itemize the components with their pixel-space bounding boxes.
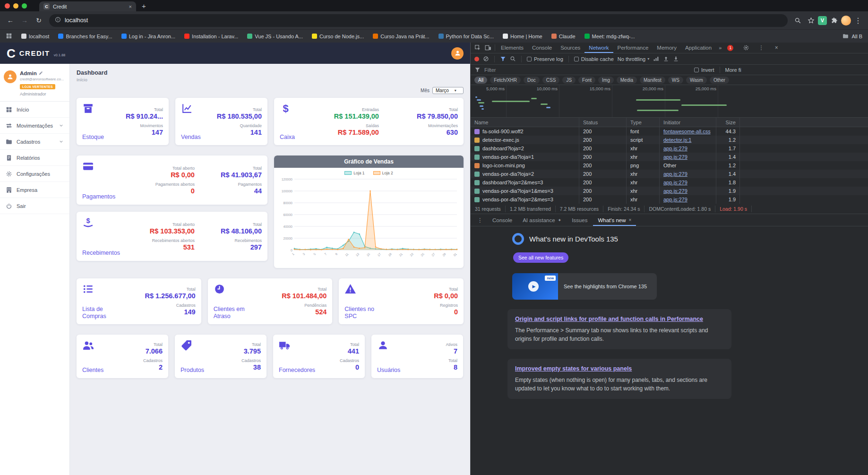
vue-devtools-extension-icon[interactable]: V: [818, 16, 827, 25]
site-info-icon[interactable]: [55, 17, 61, 24]
browser-tab[interactable]: C Credit ×: [39, 1, 136, 11]
month-select[interactable]: Março ▾: [432, 87, 464, 94]
network-overview[interactable]: 5,000 ms10,000 ms15,000 ms20,000 ms25,00…: [471, 85, 868, 118]
inspect-element-icon[interactable]: [473, 44, 483, 51]
filter-chip-manifest[interactable]: Manifest: [640, 77, 665, 84]
column-header-size[interactable]: Size: [716, 118, 740, 127]
drawer-menu-icon[interactable]: ⋮: [473, 217, 487, 224]
more-filters-button[interactable]: More filters: [725, 67, 741, 73]
column-header-name[interactable]: Name: [471, 118, 579, 127]
request-initiator[interactable]: app.js:279: [663, 146, 688, 151]
article-link[interactable]: Origin and script links for profile and …: [515, 315, 724, 323]
card-vendas[interactable]: VendasTotalR$ 180.535,00Quantidade141: [175, 98, 267, 145]
close-icon[interactable]: ×: [628, 217, 631, 223]
sidebar-item-empresa[interactable]: Empresa: [0, 182, 69, 198]
drawer-tab-console[interactable]: Console: [488, 214, 517, 226]
network-conditions-icon[interactable]: [653, 56, 659, 62]
filter-chip-font[interactable]: Font: [578, 77, 595, 84]
request-initiator[interactable]: app.js:279: [663, 180, 688, 185]
profile-avatar[interactable]: [841, 16, 851, 26]
sidebar-item-movimentacoes[interactable]: Movimentações: [0, 118, 69, 134]
video-thumbnail[interactable]: new ▶: [512, 273, 558, 300]
network-request-row[interactable]: vendas-por-dia?loja=1&mes=3200xhrapp.js:…: [471, 187, 868, 195]
back-button[interactable]: ←: [4, 17, 17, 24]
tab-application[interactable]: Application: [681, 43, 716, 53]
drawer-tab-what-s-new[interactable]: What's new×: [593, 214, 636, 226]
card-pagamentos[interactable]: PagamentosTotal abertoR$ 0,00Pagamentos …: [77, 155, 267, 205]
card-clientes-spc[interactable]: Clientes no SPCTotalR$ 0,00Registros0: [339, 278, 464, 324]
sidebar-item-configuracoes[interactable]: Configurações: [0, 166, 69, 182]
filter-chip-media[interactable]: Media: [617, 77, 637, 84]
drawer-tab-issues[interactable]: Issues: [567, 214, 592, 226]
network-request-row[interactable]: vendas-por-dia?loja=2&mes=3200xhrapp.js:…: [471, 195, 868, 204]
bookmark-star-icon[interactable]: [805, 17, 817, 24]
bookmark-item[interactable]: Log in - Jira Anron...: [121, 34, 175, 39]
user-avatar[interactable]: [451, 47, 464, 60]
disable-cache-checkbox[interactable]: Disable cache: [574, 56, 614, 62]
request-initiator[interactable]: detector.js:1: [663, 137, 691, 143]
clear-button[interactable]: [483, 56, 489, 62]
close-window-button[interactable]: [5, 3, 10, 9]
request-initiator[interactable]: fontawesome-all.css: [663, 129, 711, 134]
apps-grid-icon[interactable]: [6, 33, 12, 40]
filter-chip-img[interactable]: Img: [598, 77, 614, 84]
bookmark-item[interactable]: Vue JS - Usando A...: [247, 34, 303, 39]
network-request-row[interactable]: vendas-por-dia?loja=2200xhrapp.js:2791.4: [471, 170, 868, 178]
column-header-status[interactable]: Status: [579, 118, 627, 127]
request-initiator[interactable]: app.js:279: [663, 188, 688, 194]
see-all-features-button[interactable]: See all new features: [513, 252, 568, 263]
search-icon[interactable]: [791, 17, 804, 24]
card-recebimentos[interactable]: $RecebimentosTotal abertoR$ 103.353,00Re…: [77, 212, 267, 261]
bookmark-item[interactable]: Meet: mdg-zfwq-...: [584, 34, 635, 39]
tab-sources[interactable]: Sources: [556, 43, 584, 53]
address-bar[interactable]: localhost: [49, 14, 788, 27]
bookmark-item[interactable]: Installation - Larav...: [184, 34, 238, 39]
request-initiator[interactable]: app.js:279: [663, 154, 688, 160]
filter-chip-fetch-xhr[interactable]: Fetch/XHR: [490, 77, 521, 84]
error-badge[interactable]: 1: [727, 45, 733, 51]
filter-input[interactable]: Filter: [484, 67, 690, 73]
forward-button[interactable]: →: [18, 17, 31, 24]
article-link[interactable]: Improved empty states for various panels: [515, 365, 724, 372]
filter-chip-js[interactable]: JS: [562, 77, 576, 84]
card-lista-compras[interactable]: Lista de ComprasTotalR$ 1.256.677,00Cada…: [77, 278, 201, 324]
import-har-icon[interactable]: [663, 56, 669, 62]
filter-chip-wasm[interactable]: Wasm: [686, 77, 707, 84]
card-produtos[interactable]: ProdutosTotal3.795Cadastros38: [175, 335, 266, 378]
bookmark-item[interactable]: Curso Java na Prát...: [373, 34, 429, 39]
highlight-video-card[interactable]: new ▶ See the highlights from Chrome 135: [512, 273, 657, 300]
more-tabs-button[interactable]: »: [716, 45, 724, 51]
maximize-window-button[interactable]: [22, 3, 27, 9]
card-clientes[interactable]: ClientesTotal7.066Cadastros2: [77, 335, 168, 378]
extensions-puzzle-icon[interactable]: [828, 17, 840, 24]
bookmark-item[interactable]: Curso de Node.js...: [312, 34, 364, 39]
request-initiator[interactable]: app.js:279: [663, 171, 688, 177]
sidebar-item-sair[interactable]: Sair: [0, 198, 69, 214]
bookmark-item[interactable]: Home | Home: [503, 34, 542, 39]
throttling-select[interactable]: No throttling▾: [618, 56, 649, 62]
sidebar-item-relatorios[interactable]: Relatórios: [0, 150, 69, 166]
tab-network[interactable]: Network: [584, 43, 613, 53]
filter-chip-ws[interactable]: WS: [668, 77, 683, 84]
kebab-menu-icon[interactable]: ⋮: [756, 44, 766, 51]
play-icon[interactable]: ▶: [528, 281, 539, 292]
device-toolbar-icon[interactable]: [483, 44, 493, 51]
tab-memory[interactable]: Memory: [653, 43, 681, 53]
network-request-row[interactable]: fa-solid-900.woff2200fontfontawesome-all…: [471, 127, 868, 136]
tab-performance[interactable]: Performance: [613, 43, 653, 53]
network-request-row[interactable]: logo-icon-mini.png200pngOther1.2: [471, 161, 868, 170]
filter-chip-all[interactable]: All: [474, 77, 487, 84]
network-request-row[interactable]: dashboard?loja=2200xhrapp.js:2791.7: [471, 144, 868, 153]
export-har-icon[interactable]: [673, 56, 679, 62]
invert-checkbox[interactable]: Invert: [694, 67, 714, 73]
card-estoque[interactable]: EstoqueTotalR$ 910.24...Movimentos147: [77, 98, 169, 145]
tab-console[interactable]: Console: [528, 43, 556, 53]
request-initiator[interactable]: app.js:279: [663, 197, 688, 202]
edit-pencil-icon[interactable]: [39, 70, 43, 76]
network-search-icon[interactable]: [510, 56, 516, 62]
preserve-log-checkbox[interactable]: Preserve log: [527, 56, 563, 62]
filter-chip-doc[interactable]: Doc: [524, 77, 540, 84]
card-caixa[interactable]: $CaixaEntradasR$ 151.439,00SaídasR$ 71.5…: [274, 98, 464, 145]
drawer-tab-ai-assistance[interactable]: AI assistance✦: [518, 214, 566, 226]
network-request-row[interactable]: vendas-por-dia?loja=1200xhrapp.js:2791.4: [471, 153, 868, 161]
